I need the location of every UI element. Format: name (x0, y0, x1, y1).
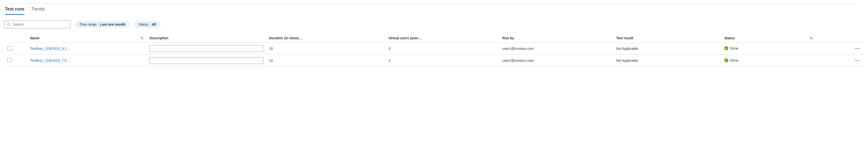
column-actions (841, 34, 864, 43)
filter-status[interactable]: Status : All (134, 21, 160, 28)
tabs: Test runs Trends (4, 5, 864, 15)
svg-point-5 (858, 48, 859, 49)
table-row: TestRun_11/8/2023_9:1… 10 3 user1@contos… (4, 43, 864, 55)
description-input[interactable] (150, 57, 263, 64)
check-circle-icon (724, 58, 728, 62)
column-status[interactable]: Status (721, 34, 807, 43)
filter-time-range-value: Last one month (100, 23, 125, 26)
table: Name Description Duration (in minut… Vir… (4, 34, 864, 67)
svg-point-2 (724, 46, 728, 50)
filter-time-range[interactable]: Time range : Last one month (75, 21, 130, 28)
svg-point-9 (858, 60, 859, 61)
test-run-link[interactable]: TestRun_11/8/2023_7:5… (30, 58, 70, 63)
column-name-label: Name (30, 36, 39, 40)
top-divider (10, 3, 858, 4)
cell-duration: 10 (266, 43, 386, 55)
svg-line-1 (9, 25, 10, 26)
column-test-result[interactable]: Test result (613, 34, 721, 43)
search-input[interactable] (12, 22, 68, 27)
search-icon (7, 23, 10, 26)
check-circle-icon (724, 46, 728, 50)
filter-status-value: All (152, 23, 156, 26)
status-label: Done (730, 46, 738, 50)
row-checkbox[interactable] (7, 46, 12, 50)
column-name[interactable]: Name (27, 34, 147, 43)
row-actions-button[interactable] (854, 57, 861, 64)
cell-run-by: user1@contoso.com (499, 55, 613, 67)
column-description[interactable]: Description (147, 34, 266, 43)
column-sort-end[interactable] (807, 34, 841, 43)
row-checkbox[interactable] (7, 58, 12, 63)
filter-status-label: Status : (138, 23, 150, 26)
cell-status: Done (724, 58, 738, 62)
svg-point-7 (855, 60, 856, 61)
cell-virtual-users: 3 (386, 43, 499, 55)
status-label: Done (730, 58, 738, 62)
svg-point-6 (724, 58, 728, 62)
sort-icon[interactable] (140, 36, 144, 40)
search-box[interactable] (4, 20, 70, 28)
svg-point-8 (857, 60, 858, 61)
tab-test-runs[interactable]: Test runs (5, 5, 25, 15)
filter-time-range-label: Time range : (79, 23, 98, 26)
table-row: TestRun_11/8/2023_7:5… 10 3 user1@contos… (4, 55, 864, 67)
svg-point-0 (8, 23, 10, 26)
row-actions-button[interactable] (854, 45, 861, 52)
description-input[interactable] (150, 45, 263, 52)
cell-status: Done (724, 46, 738, 50)
cell-run-by: user1@contoso.com (499, 43, 613, 55)
column-duration[interactable]: Duration (in minut… (266, 34, 386, 43)
test-run-link[interactable]: TestRun_11/8/2023_9:1… (30, 47, 70, 50)
svg-point-3 (855, 48, 856, 49)
tab-trends[interactable]: Trends (31, 5, 45, 15)
table-body: TestRun_11/8/2023_9:1… 10 3 user1@contos… (4, 43, 864, 67)
cell-test-result: Not Applicable (613, 55, 721, 67)
table-header-row: Name Description Duration (in minut… Vir… (4, 34, 864, 43)
column-virtual-users[interactable]: Virtual users (aver… (386, 34, 499, 43)
cell-duration: 10 (266, 55, 386, 67)
cell-virtual-users: 3 (386, 55, 499, 67)
cell-test-result: Not Applicable (613, 43, 721, 55)
sort-icon[interactable] (809, 36, 838, 40)
column-checkbox (4, 34, 27, 43)
column-run-by[interactable]: Run by (499, 34, 613, 43)
svg-point-4 (857, 48, 858, 49)
filter-row: Time range : Last one month Status : All (4, 20, 864, 28)
